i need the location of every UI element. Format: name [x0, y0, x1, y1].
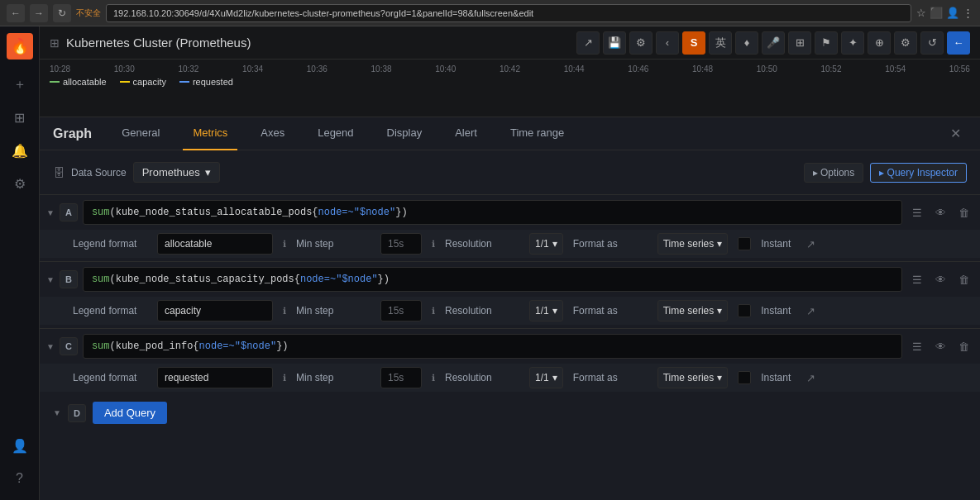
query-a-eye-button[interactable]: 👁 — [930, 202, 950, 222]
query-c-delete-button[interactable]: 🗑 — [954, 336, 973, 356]
x-label: 10:32 — [178, 64, 198, 74]
legend-requested: requested — [179, 77, 233, 87]
query-c-input[interactable]: sum(kube_pod_info{node=~"$node"}) — [83, 334, 902, 359]
query-b-actions: ☰ 👁 🗑 — [907, 269, 973, 289]
options-button[interactable]: ▸ Options — [804, 163, 864, 183]
resolution-value: 1/1 — [535, 238, 549, 250]
ime-btn2[interactable]: ♦ — [735, 31, 758, 55]
query-c-menu-button[interactable]: ☰ — [907, 336, 927, 356]
query-d-label: D — [68, 404, 86, 422]
query-c-options: Legend format ℹ Min step 15s ℹ Resolutio… — [40, 364, 980, 392]
min-step-label: Min step — [296, 238, 370, 250]
url-bar[interactable] — [106, 4, 911, 22]
datasource-select[interactable]: Promethues ▾ — [133, 162, 220, 183]
refresh-button[interactable]: ↻ — [53, 4, 71, 22]
query-c-format-select[interactable]: Time series ▾ — [657, 367, 729, 388]
query-a-resolution-select[interactable]: 1/1 ▾ — [529, 233, 563, 255]
extension-icon[interactable]: ⬛ — [930, 7, 943, 19]
refresh-dashboard-button[interactable]: ↺ — [920, 31, 944, 55]
tab-display[interactable]: Display — [377, 117, 433, 150]
query-c-resolution-select[interactable]: 1/1 ▾ — [529, 367, 563, 388]
sidebar-item-search[interactable]: ⊞ — [5, 102, 35, 132]
chevron-down-icon: ▾ — [552, 305, 557, 317]
query-b-instant-checkbox[interactable] — [738, 304, 751, 317]
collapse-a-icon[interactable]: ▼ — [46, 208, 55, 217]
query-block-b: ▼ B sum(kube_node_status_capacity_pods{n… — [40, 261, 980, 325]
sidebar-item-help[interactable]: ? — [5, 464, 35, 493]
save-button[interactable]: 💾 — [603, 31, 626, 55]
ime-btn1[interactable]: 英 — [709, 31, 732, 55]
query-c-instant-checkbox[interactable] — [738, 371, 751, 384]
query-a-legend-input[interactable] — [157, 233, 273, 255]
query-b-format-select[interactable]: Time series ▾ — [657, 300, 729, 321]
back-button[interactable]: ← — [7, 4, 25, 22]
query-b-options: Legend format ℹ Min step 15s ℹ Resolutio… — [40, 297, 980, 325]
query-c-eye-button[interactable]: 👁 — [930, 336, 950, 356]
ime-btn3[interactable]: 🎤 — [762, 31, 785, 55]
query-a-share-button[interactable]: ↗ — [801, 234, 820, 254]
query-b-menu-button[interactable]: ☰ — [907, 269, 927, 289]
ime-btn6[interactable]: ✦ — [841, 31, 864, 55]
share-button[interactable]: ↗ — [576, 31, 600, 55]
add-query-button[interactable]: Add Query — [93, 402, 167, 424]
forward-button[interactable]: → — [30, 4, 48, 22]
tab-alert[interactable]: Alert — [445, 117, 487, 150]
prev-button[interactable]: ‹ — [656, 31, 679, 55]
query-b-legend-input[interactable] — [157, 300, 273, 321]
query-a-delete-button[interactable]: 🗑 — [954, 202, 973, 222]
collapse-b-icon[interactable]: ▼ — [46, 275, 55, 284]
datasource-label: Data Source — [71, 167, 127, 179]
ime-btn4[interactable]: ⊞ — [788, 31, 811, 55]
menu-icon[interactable]: ⋮ — [963, 7, 973, 19]
collapse-d-icon[interactable]: ▼ — [53, 408, 61, 417]
query-a-instant-checkbox[interactable] — [738, 237, 751, 250]
query-b-eye-button[interactable]: 👁 — [930, 269, 950, 289]
back-nav-button[interactable]: ← — [947, 31, 970, 55]
tab-metrics[interactable]: Metrics — [183, 117, 237, 150]
minstep-info-icon-c: ℹ — [432, 373, 435, 383]
format-value-b: Time series — [663, 305, 715, 317]
profile-icon[interactable]: 👤 — [946, 7, 959, 19]
chart-area: 10:28 10:30 10:32 10:34 10:36 10:38 10:4… — [40, 60, 980, 117]
format-value-c: Time series — [663, 372, 715, 383]
ime-btn8[interactable]: ⚙ — [894, 31, 917, 55]
query-b-delete-button[interactable]: 🗑 — [954, 269, 973, 289]
sidebar-item-settings[interactable]: ⚙ — [5, 169, 35, 198]
legend-info-icon-c: ℹ — [283, 373, 286, 383]
tab-general[interactable]: General — [112, 117, 170, 150]
sidebar-bottom: 👤 ? — [5, 431, 35, 500]
ime-btn7[interactable]: ⊕ — [868, 31, 891, 55]
tab-time-range[interactable]: Time range — [500, 117, 574, 150]
panel-header: Graph General Metrics Axes Legend Displa… — [40, 117, 980, 150]
chart-legend: allocatable capacity requested — [50, 77, 970, 87]
query-a-format-select[interactable]: Time series ▾ — [657, 233, 729, 255]
tab-axes[interactable]: Axes — [251, 117, 294, 150]
query-b-input[interactable]: sum(kube_node_status_capacity_pods{node=… — [83, 267, 902, 292]
query-inspector-button[interactable]: ▸ Query Inspector — [870, 163, 967, 183]
sidebar-item-starred[interactable]: 🔔 — [5, 136, 35, 165]
tab-legend[interactable]: Legend — [308, 117, 363, 150]
query-b-share-button[interactable]: ↗ — [801, 301, 820, 321]
panel-close-button[interactable]: ✕ — [944, 122, 967, 145]
query-c-share-button[interactable]: ↗ — [801, 368, 820, 388]
query-c-actions: ☰ 👁 🗑 — [907, 336, 973, 356]
query-c-legend-input[interactable] — [157, 367, 273, 388]
x-label: 10:44 — [564, 64, 585, 74]
bookmark-icon[interactable]: ☆ — [916, 7, 926, 19]
app-logo[interactable]: 🔥 — [7, 33, 33, 60]
settings-button[interactable]: ⚙ — [629, 31, 653, 55]
query-b-label: B — [60, 270, 78, 288]
sidebar-item-home[interactable]: ＋ — [5, 69, 35, 99]
query-a-actions: ☰ 👁 🗑 — [907, 202, 973, 222]
query-a-input[interactable]: sum(kube_node_status_allocatable_pods{no… — [83, 200, 902, 225]
query-a-menu-button[interactable]: ☰ — [907, 202, 927, 222]
x-label: 10:56 — [949, 64, 970, 74]
ime-s[interactable]: S — [682, 31, 705, 55]
legend-label: requested — [193, 77, 233, 87]
query-b-resolution-select[interactable]: 1/1 ▾ — [529, 300, 563, 321]
sidebar-item-user[interactable]: 👤 — [5, 431, 35, 460]
ime-btn5[interactable]: ⚑ — [815, 31, 838, 55]
collapse-c-icon[interactable]: ▼ — [46, 342, 55, 351]
x-label: 10:42 — [500, 64, 520, 74]
app-container: 🔥 ＋ ⊞ 🔔 ⚙ 👤 ? ⊞ Kubernetes Cluster (Prom… — [0, 26, 980, 500]
